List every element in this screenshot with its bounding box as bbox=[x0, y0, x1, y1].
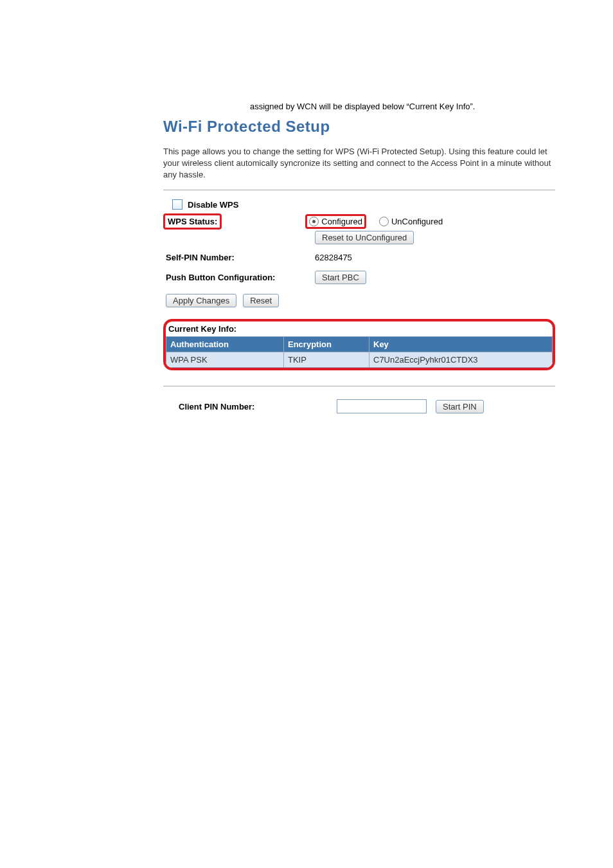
reset-unconfigured-button[interactable]: Reset to UnConfigured bbox=[315, 231, 414, 244]
current-key-info-title: Current Key Info: bbox=[166, 321, 553, 336]
client-pin-input[interactable] bbox=[337, 399, 427, 413]
header-key: Key bbox=[369, 337, 553, 352]
reset-button[interactable]: Reset bbox=[243, 294, 279, 307]
wps-status-configured-radio[interactable] bbox=[309, 217, 319, 226]
apply-changes-button[interactable]: Apply Changes bbox=[166, 294, 236, 307]
header-authentication: Authentication bbox=[166, 337, 284, 352]
disable-wps-label: Disable WPS bbox=[188, 200, 238, 210]
self-pin-label: Self-PIN Number: bbox=[163, 253, 315, 262]
cell-key: C7Un2aEccjPyhkr01CTDX3 bbox=[369, 352, 553, 368]
divider-bottom bbox=[163, 386, 555, 386]
wps-status-unconfigured-label: UnConfigured bbox=[391, 217, 443, 226]
wps-status-label: WPS Status: bbox=[163, 213, 222, 230]
pbc-label: Push Button Configuration: bbox=[163, 273, 315, 282]
table-row: WPA PSK TKIP C7Un2aEccjPyhkr01CTDX3 bbox=[166, 352, 553, 368]
self-pin-value: 62828475 bbox=[315, 253, 352, 262]
divider-top bbox=[163, 190, 555, 190]
wps-status-configured-highlight: Configured bbox=[305, 214, 366, 229]
wps-status-unconfigured-radio[interactable] bbox=[379, 217, 389, 226]
page-description: This page allows you to change the setti… bbox=[163, 146, 555, 181]
start-pbc-button[interactable]: Start PBC bbox=[315, 271, 366, 284]
header-encryption: Encryption bbox=[284, 337, 369, 352]
table-header-row: Authentication Encryption Key bbox=[166, 337, 553, 352]
start-pin-button[interactable]: Start PIN bbox=[436, 400, 484, 413]
client-pin-label: Client PIN Number: bbox=[163, 402, 328, 411]
wps-status-configured-label: Configured bbox=[321, 217, 362, 226]
intro-text: assigned by WCN will be displayed below … bbox=[250, 102, 533, 113]
cell-authentication: WPA PSK bbox=[166, 352, 284, 368]
disable-wps-checkbox[interactable] bbox=[172, 199, 182, 210]
cell-encryption: TKIP bbox=[284, 352, 369, 368]
key-info-table: Authentication Encryption Key WPA PSK TK… bbox=[166, 336, 553, 368]
page-title: Wi-Fi Protected Setup bbox=[163, 118, 555, 136]
current-key-info-section: Current Key Info: Authentication Encrypt… bbox=[163, 319, 555, 370]
